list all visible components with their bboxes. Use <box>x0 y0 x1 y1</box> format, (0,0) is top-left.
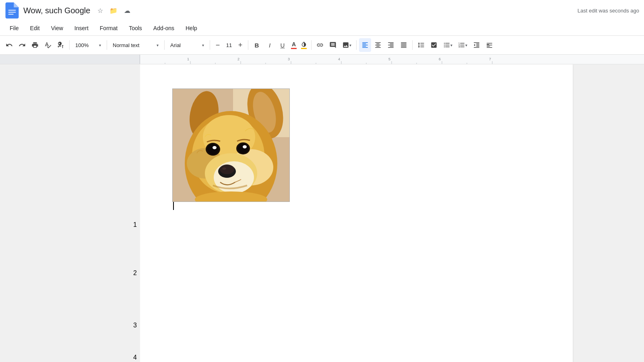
align-left-button[interactable] <box>359 38 371 52</box>
menu-view[interactable]: View <box>46 23 68 33</box>
ruler-left-margin <box>0 55 140 64</box>
font-size-control: − 11 + <box>213 40 246 50</box>
numbered-list-button[interactable]: ▾ <box>456 38 470 52</box>
bullet-list-button[interactable]: ▾ <box>441 38 455 52</box>
zoom-dropdown[interactable]: 100% ▾ <box>72 38 104 52</box>
link-button[interactable] <box>314 38 326 52</box>
svg-point-40 <box>207 144 219 154</box>
image-chevron: ▾ <box>349 43 351 47</box>
decrease-font-button[interactable]: − <box>213 40 223 50</box>
menu-addons[interactable]: Add-ons <box>149 23 179 33</box>
menu-bar: File Edit View Insert Format Tools Add-o… <box>0 21 644 35</box>
svg-text:2: 2 <box>237 57 239 61</box>
separator-1 <box>69 40 70 50</box>
bold-button[interactable]: B <box>251 38 263 52</box>
ruler-ticks: 1 2 3 4 5 6 7 <box>140 55 644 64</box>
menu-help[interactable]: Help <box>181 23 202 33</box>
menu-format[interactable]: Format <box>95 23 122 33</box>
document-title[interactable]: Wow, such Google <box>23 6 90 15</box>
line-number-1: 1 <box>133 221 137 228</box>
increase-indent-button[interactable] <box>483 38 495 52</box>
underline-button[interactable]: U <box>277 38 289 52</box>
cloud-icon[interactable]: ☁ <box>122 5 132 16</box>
docs-icon <box>5 2 19 19</box>
separator-2 <box>107 40 107 50</box>
style-chevron: ▾ <box>157 43 159 47</box>
doge-image <box>172 88 290 202</box>
redo-button[interactable] <box>16 38 28 52</box>
line-number-2: 2 <box>133 269 137 277</box>
font-dropdown[interactable]: Arial ▾ <box>167 38 207 52</box>
separator-6 <box>311 40 312 50</box>
toolbar: 100% ▾ Normal text ▾ Arial ▾ − 11 + B I … <box>0 35 644 55</box>
text-cursor <box>173 202 174 210</box>
print-button[interactable] <box>29 38 41 52</box>
menu-tools[interactable]: Tools <box>124 23 147 33</box>
page-content[interactable] <box>140 64 573 362</box>
svg-text:5: 5 <box>388 57 390 61</box>
text-style-dropdown[interactable]: Normal text ▾ <box>109 38 162 52</box>
ruler: 1 2 3 4 5 6 7 <box>0 55 644 64</box>
paint-format-button[interactable] <box>55 38 67 52</box>
line-number-3: 3 <box>133 322 137 329</box>
bullet-chevron: ▾ <box>450 43 452 47</box>
image-area <box>172 88 541 210</box>
image-button[interactable]: ▾ <box>340 38 354 52</box>
highlight-button[interactable] <box>299 40 309 50</box>
left-margin: 1 2 3 4 <box>0 64 140 362</box>
separator-7 <box>356 40 357 50</box>
title-bar: Wow, such Google ☆ 📁 ☁ Last edit was sec… <box>0 0 644 21</box>
svg-rect-2 <box>8 14 14 15</box>
menu-edit[interactable]: Edit <box>25 23 45 33</box>
svg-point-44 <box>238 144 248 153</box>
line-number-4: 4 <box>133 354 137 361</box>
font-chevron: ▾ <box>202 43 204 47</box>
font-size-value[interactable]: 11 <box>224 42 234 48</box>
menu-insert[interactable]: Insert <box>70 23 93 33</box>
justify-button[interactable] <box>398 38 410 52</box>
svg-point-42 <box>213 147 215 149</box>
ruler-content: 1 2 3 4 5 6 7 <box>140 55 644 64</box>
svg-rect-1 <box>8 12 16 13</box>
numbered-chevron: ▾ <box>465 43 467 47</box>
text-color-button[interactable]: A <box>289 40 298 50</box>
svg-point-46 <box>243 146 246 148</box>
save-status: Last edit was seconds ago <box>578 8 639 14</box>
document-page[interactable] <box>140 64 644 362</box>
checklist-button[interactable] <box>428 38 440 52</box>
separator-8 <box>412 40 413 50</box>
menu-file[interactable]: File <box>5 23 24 33</box>
svg-text:6: 6 <box>439 57 441 61</box>
zoom-chevron: ▾ <box>99 43 101 47</box>
decrease-indent-button[interactable] <box>471 38 483 52</box>
star-icon[interactable]: ☆ <box>96 5 105 16</box>
page-area: 1 2 3 4 <box>0 64 644 362</box>
folder-icon[interactable]: 📁 <box>108 5 119 16</box>
svg-point-38 <box>222 167 226 170</box>
align-right-button[interactable] <box>385 38 397 52</box>
svg-text:1: 1 <box>187 57 189 61</box>
highlight-indicator <box>301 48 307 49</box>
align-center-button[interactable] <box>372 38 384 52</box>
separator-4 <box>210 40 210 50</box>
line-spacing-button[interactable] <box>415 38 427 52</box>
svg-point-37 <box>220 165 234 174</box>
svg-text:7: 7 <box>489 57 491 61</box>
separator-3 <box>164 40 165 50</box>
separator-5 <box>248 40 248 50</box>
svg-text:3: 3 <box>288 57 290 61</box>
increase-font-button[interactable]: + <box>235 40 246 50</box>
svg-rect-0 <box>8 10 16 11</box>
text-color-indicator <box>291 48 297 49</box>
svg-text:4: 4 <box>338 57 340 61</box>
comment-button[interactable] <box>327 38 339 52</box>
italic-button[interactable]: I <box>264 38 276 52</box>
spellcheck-button[interactable] <box>42 38 54 52</box>
undo-button[interactable] <box>3 38 15 52</box>
